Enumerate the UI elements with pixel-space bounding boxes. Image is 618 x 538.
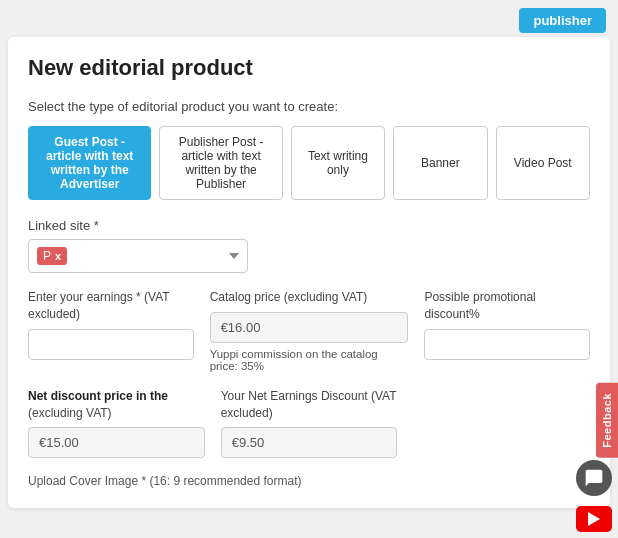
site-tag: P x [37,247,67,265]
site-tag-close[interactable]: x [55,250,61,262]
top-bar: publisher [0,0,618,37]
chat-icon[interactable] [576,460,612,496]
promo-discount-col: Possible promotional discount% 5 [424,289,590,360]
linked-site-label: Linked site * [28,218,590,233]
catalog-price-label: Catalog price (excluding VAT) [210,289,409,306]
type-btn-text-writing[interactable]: Text writing only [291,126,385,200]
net-earnings-value: €9.50 [221,427,398,458]
catalog-price-value: €16.00 [210,312,409,343]
earnings-label: Enter your earnings * (VAT excluded) [28,289,194,323]
linked-site-dropdown[interactable]: P x [28,239,248,273]
net-discount-label-rest: (excluding VAT) [28,406,112,420]
net-discount-row: Net discount price in the (excluding VAT… [28,388,590,459]
earnings-row: Enter your earnings * (VAT excluded) 10 … [28,289,590,372]
upload-cover-label: Upload Cover Image * (16: 9 recommended … [28,474,590,488]
site-tag-text: P [43,249,51,263]
feedback-tab[interactable]: Feedback [596,383,618,458]
main-card: New editorial product Select the type of… [8,37,610,508]
type-btn-publisher-post[interactable]: Publisher Post - article with text writt… [159,126,282,200]
youtube-icon[interactable] [576,506,612,532]
promo-discount-input[interactable]: 5 [424,329,590,360]
net-discount-label-bold: Net discount price in the [28,389,168,403]
type-btn-guest-post[interactable]: Guest Post - article with text written b… [28,126,151,200]
chevron-down-icon [229,253,239,259]
earnings-input[interactable]: 10 [28,329,194,360]
type-btn-banner[interactable]: Banner [393,126,487,200]
net-earnings-label: Your Net Earnings Discount (VAT excluded… [221,388,398,422]
net-earnings-col: Your Net Earnings Discount (VAT excluded… [221,388,398,459]
page-title: New editorial product [28,55,590,81]
net-discount-label: Net discount price in the (excluding VAT… [28,388,205,422]
product-type-row: Guest Post - article with text written b… [28,126,590,200]
chat-svg [584,468,604,488]
promo-discount-label: Possible promotional discount% [424,289,590,323]
commission-text: Yuppi commission on the catalog price: 3… [210,348,409,372]
catalog-price-col: Catalog price (excluding VAT) €16.00 Yup… [210,289,409,372]
type-btn-video-post[interactable]: Video Post [496,126,590,200]
product-type-label: Select the type of editorial product you… [28,99,590,114]
net-discount-value: €15.00 [28,427,205,458]
earnings-col: Enter your earnings * (VAT excluded) 10 [28,289,194,360]
net-discount-col: Net discount price in the (excluding VAT… [28,388,205,459]
publisher-badge: publisher [519,8,606,33]
linked-site-section: Linked site * P x [28,218,590,273]
